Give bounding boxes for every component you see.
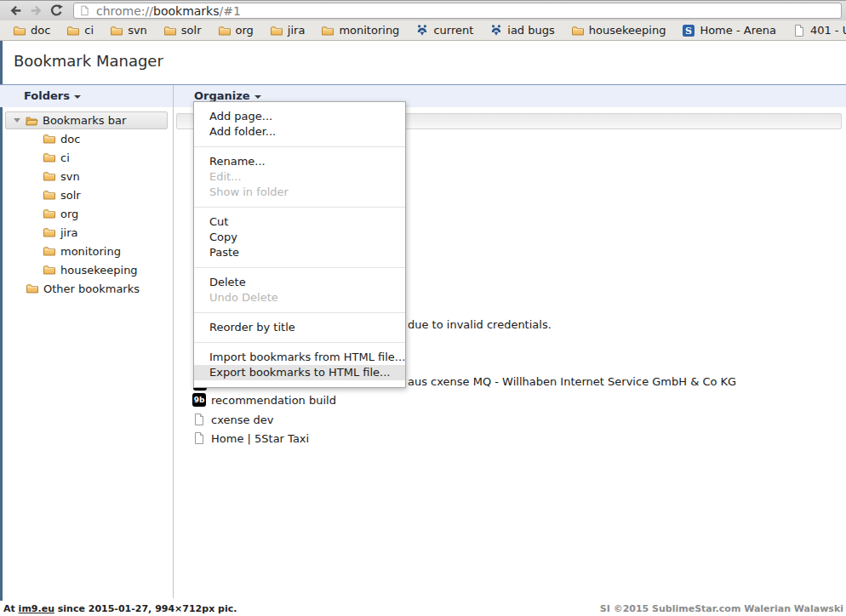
folder-icon	[270, 24, 283, 37]
jira-bug-icon	[415, 24, 429, 37]
bookmarks-bar-item-401[interactable]: 401 - Unauthorized	[788, 22, 846, 39]
menu-item-reorder-by-title[interactable]: Reorder by title	[194, 320, 405, 335]
menu-item-copy[interactable]: Copy	[194, 230, 405, 245]
bookmark-row-5star-taxi[interactable]: Home | 5Star Taxi	[192, 431, 309, 445]
url-scheme: chrome://	[96, 4, 153, 18]
im9-link[interactable]: im9.eu	[19, 603, 54, 614]
tree-item-ci[interactable]: ci	[0, 148, 173, 167]
menu-group: Rename... Edit... Show in folder	[194, 147, 405, 208]
organize-menu: Add page... Add folder... Rename... Edit…	[193, 101, 406, 388]
9b-favicon: 9b	[192, 393, 206, 407]
menu-item-delete[interactable]: Delete	[194, 275, 405, 290]
tree-item-label: housekeeping	[60, 264, 138, 277]
folders-menu-button[interactable]: Folders	[24, 85, 81, 107]
url-text[interactable]: chrome://bookmarks/#1	[96, 4, 241, 18]
watermark-right: SI ©2015 SublimeStar.com Walerian Walaws…	[600, 603, 843, 614]
forward-button[interactable]	[26, 3, 46, 20]
page-icon	[192, 413, 206, 426]
folder-icon	[26, 282, 39, 295]
tree-item-label: Other bookmarks	[43, 282, 140, 295]
menu-item-import-bookmarks[interactable]: Import bookmarks from HTML file...	[194, 350, 405, 365]
back-arrow-icon	[9, 3, 23, 18]
disclosure-triangle-icon[interactable]	[13, 117, 21, 125]
bookmark-manager-page: Bookmark Manager Folders Organize Bookma…	[0, 41, 846, 616]
tree-item-label: Bookmarks bar	[43, 114, 126, 127]
folder-icon	[43, 132, 56, 145]
folder-icon	[110, 24, 123, 37]
address-bar[interactable]: chrome://bookmarks/#1	[73, 3, 842, 19]
tree-item-jira[interactable]: jira	[0, 223, 173, 242]
browser-window: chrome://bookmarks/#1 doc ci svn solr or…	[0, 0, 846, 616]
bookmark-label: doc	[31, 24, 50, 37]
page-icon	[79, 5, 90, 16]
tree-item-label: jira	[60, 226, 78, 239]
menu-item-cut[interactable]: Cut	[194, 214, 405, 230]
bookmark-label: monitoring	[339, 24, 399, 37]
menu-item-rename[interactable]: Rename...	[194, 154, 405, 169]
menu-item-add-folder[interactable]: Add folder...	[194, 124, 405, 140]
bookmarks-bar-item-housekeeping[interactable]: housekeeping	[567, 22, 671, 39]
bookmarks-bar-item-svn[interactable]: svn	[106, 22, 151, 39]
menu-item-edit: Edit...	[194, 169, 405, 185]
tree-item-svn[interactable]: svn	[0, 167, 173, 185]
bookmark-row-recommendation-build[interactable]: 9b recommendation build	[192, 393, 336, 407]
tree-item-doc[interactable]: doc	[0, 129, 173, 148]
tree-item-bookmarks-bar[interactable]: Bookmarks bar	[5, 111, 168, 129]
bookmark-label: 401 - Unauthorized	[810, 24, 846, 37]
organize-menu-label: Organize	[194, 89, 250, 102]
folder-icon	[43, 263, 56, 277]
reload-button[interactable]	[46, 3, 66, 20]
bookmarks-bar-item-monitoring[interactable]: monitoring	[317, 22, 403, 39]
bookmarks-bar: doc ci svn solr org jira monitoring curr…	[0, 20, 846, 41]
bookmarks-bar-item-iad-bugs[interactable]: iad bugs	[485, 22, 558, 39]
bookmark-title-partial[interactable]: due to invalid credentials.	[408, 318, 552, 332]
url-path: /#1	[220, 4, 241, 18]
page-icon	[192, 431, 206, 445]
folder-icon	[43, 207, 56, 220]
browser-toolbar: chrome://bookmarks/#1	[0, 0, 846, 20]
tree-item-label: svn	[60, 170, 80, 183]
bookmarks-bar-item-org[interactable]: org	[214, 22, 258, 39]
bookmark-title: recommendation build	[211, 394, 336, 407]
arena-favicon	[682, 24, 695, 37]
bookmarks-bar-item-home-arena[interactable]: Home - Arena	[677, 22, 780, 39]
tree-item-label: ci	[60, 151, 70, 164]
folder-icon	[43, 188, 56, 202]
folder-tree: Bookmarks bar doc ci svn solr org jira	[0, 107, 173, 298]
folder-icon	[43, 151, 56, 164]
menu-item-undo-delete: Undo Delete	[194, 290, 405, 305]
tree-item-housekeeping[interactable]: housekeeping	[0, 260, 173, 279]
menu-group: Add page... Add folder...	[194, 102, 405, 147]
tree-item-label: solr	[60, 189, 81, 202]
bookmarks-bar-item-jira[interactable]: jira	[266, 22, 310, 39]
pane-divider	[173, 85, 174, 598]
watermark-text: since 2015-01-27, 994×712px pic.	[54, 603, 237, 614]
menu-group: Reorder by title	[194, 313, 405, 343]
tree-item-label: monitoring	[60, 245, 121, 258]
tree-item-org[interactable]: org	[0, 204, 173, 223]
bookmarks-bar-item-current[interactable]: current	[411, 22, 477, 39]
bookmarks-bar-item-ci[interactable]: ci	[62, 22, 98, 39]
chevron-down-icon	[74, 95, 81, 99]
tree-item-label: doc	[60, 133, 80, 145]
menu-item-add-page[interactable]: Add page...	[194, 109, 405, 124]
tree-item-other-bookmarks[interactable]: Other bookmarks	[0, 279, 173, 298]
bookmark-label: current	[433, 24, 473, 37]
folder-icon	[43, 225, 56, 239]
menu-item-paste[interactable]: Paste	[194, 245, 405, 260]
tree-item-solr[interactable]: solr	[0, 185, 173, 204]
menu-group: Delete Undo Delete	[194, 268, 405, 313]
back-button[interactable]	[5, 3, 26, 20]
folder-icon	[43, 169, 56, 183]
bookmark-title: cxense dev	[211, 414, 274, 426]
bookmark-title-partial[interactable]: aus cxense MQ - Willhaben Internet Servi…	[408, 375, 736, 389]
menu-group: Import bookmarks from HTML file... Expor…	[194, 343, 405, 387]
tree-item-monitoring[interactable]: monitoring	[0, 242, 173, 260]
watermark-left: At im9.eu since 2015-01-27, 994×712px pi…	[3, 603, 237, 614]
bookmarks-bar-item-solr[interactable]: solr	[159, 22, 206, 39]
bookmark-label: ci	[84, 24, 94, 37]
menu-item-export-bookmarks[interactable]: Export bookmarks to HTML file...	[194, 365, 405, 380]
bookmarks-bar-item-doc[interactable]: doc	[9, 22, 54, 39]
bookmark-row-cxense-dev[interactable]: cxense dev	[192, 413, 274, 426]
reload-icon	[49, 3, 64, 18]
